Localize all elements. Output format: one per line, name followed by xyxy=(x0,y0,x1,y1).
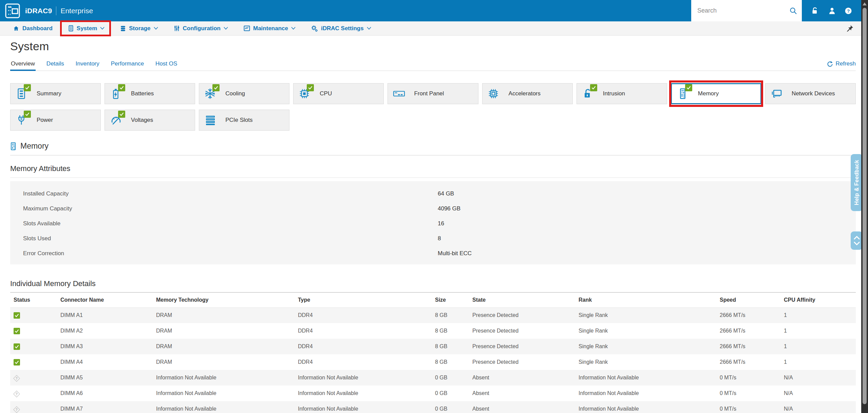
search-icon[interactable] xyxy=(790,7,797,15)
help-icon[interactable]: ? xyxy=(845,7,852,15)
card-network-devices[interactable]: Network Devices xyxy=(765,83,856,104)
svg-text:?: ? xyxy=(847,8,850,13)
check-icon xyxy=(119,86,124,90)
card-label: PCIe Slots xyxy=(225,117,252,124)
cell-cpu-affinity: N/A xyxy=(780,386,856,401)
page-title: System xyxy=(10,40,856,53)
pcie-slots-icon xyxy=(204,114,216,126)
main-content: System Overview Details Inventory Perfor… xyxy=(0,36,868,413)
home-icon xyxy=(13,25,19,32)
table-header-row: Status Connector Name Memory Technology … xyxy=(10,293,856,307)
column-header-size[interactable]: Size xyxy=(432,293,469,307)
check-icon xyxy=(686,86,691,90)
attribute-label: Slots Used xyxy=(23,235,438,242)
cell-state: Absent xyxy=(469,370,575,386)
user-icon[interactable] xyxy=(828,7,836,15)
card-label: Batteries xyxy=(131,90,154,97)
scroll-up-arrow-icon[interactable] xyxy=(863,2,867,5)
check-icon xyxy=(25,86,30,90)
front-panel-icon xyxy=(393,88,405,100)
chevron-down-icon xyxy=(291,27,296,30)
tab-overview[interactable]: Overview xyxy=(10,58,36,71)
card-voltages[interactable]: Voltages xyxy=(105,110,195,131)
card-label: Accelerators xyxy=(509,90,541,97)
cell-type: DDR4 xyxy=(295,354,432,370)
cell-rank: Single Rank xyxy=(575,339,716,354)
status-ok-icon xyxy=(14,328,20,334)
column-header-status[interactable]: Status xyxy=(10,293,57,307)
card-batteries[interactable]: Batteries xyxy=(105,83,195,104)
column-header-state[interactable]: State xyxy=(469,293,575,307)
table-row[interactable]: ? DIMM A5 Information Not Available Info… xyxy=(10,370,856,386)
tab-details[interactable]: Details xyxy=(46,58,65,71)
nav-item-idrac-settings[interactable]: iDRAC Settings xyxy=(311,25,371,32)
scrollbar[interactable] xyxy=(861,0,868,413)
cell-size: 8 GB xyxy=(432,323,469,339)
attribute-value: Multi-bit ECC xyxy=(438,250,856,257)
cell-speed: 0 MT/s xyxy=(716,401,780,413)
table-row[interactable]: DIMM A2 DRAM DDR4 8 GB Presence Detected… xyxy=(10,323,856,339)
column-header-cpu-affinity[interactable]: CPU Affinity xyxy=(780,293,856,307)
memory-attributes-list: Installed Capacity 64 GB Maximum Capacit… xyxy=(10,181,856,264)
card-intrusion[interactable]: Intrusion xyxy=(577,83,667,104)
scrollbar-thumb[interactable] xyxy=(863,8,867,404)
gears-icon xyxy=(311,25,318,32)
card-pcie-slots[interactable]: PCIe Slots xyxy=(199,110,289,131)
card-label: Memory xyxy=(698,90,719,97)
column-header-rank[interactable]: Rank xyxy=(575,293,716,307)
card-cooling[interactable]: Cooling xyxy=(199,83,289,104)
table-row[interactable]: DIMM A3 DRAM DDR4 8 GB Presence Detected… xyxy=(10,339,856,354)
hardware-cards: Summary Batteries xyxy=(10,83,856,131)
page-scroll-buttons xyxy=(851,231,863,250)
nav-item-label: iDRAC Settings xyxy=(321,25,364,32)
check-icon xyxy=(308,86,313,90)
chevron-up-icon[interactable] xyxy=(853,236,860,240)
refresh-label: Refresh xyxy=(835,60,856,67)
nav-item-label: System xyxy=(77,25,97,32)
cell-state: Presence Detected xyxy=(469,323,575,339)
search-input[interactable] xyxy=(697,7,790,14)
nav-item-configuration[interactable]: Configuration xyxy=(174,25,228,32)
nav-item-system[interactable]: System xyxy=(68,25,105,32)
column-header-memory-technology[interactable]: Memory Technology xyxy=(153,293,295,307)
chevron-down-icon[interactable] xyxy=(853,241,860,246)
column-header-connector-name[interactable]: Connector Name xyxy=(57,293,153,307)
card-power[interactable]: Power xyxy=(10,110,101,131)
nav-item-dashboard[interactable]: Dashboard xyxy=(13,25,53,32)
card-front-panel[interactable]: Front Panel xyxy=(388,83,478,104)
card-memory[interactable]: Memory xyxy=(671,83,761,104)
tab-host-os[interactable]: Host OS xyxy=(155,58,178,71)
help-feedback-tab[interactable]: Help & Feedback xyxy=(851,154,863,211)
cell-memory-technology: DRAM xyxy=(153,323,295,339)
refresh-button[interactable]: Refresh xyxy=(827,60,856,71)
column-header-speed[interactable]: Speed xyxy=(716,293,780,307)
table-row[interactable]: DIMM A1 DRAM DDR4 8 GB Presence Detected… xyxy=(10,307,856,323)
status-unknown-icon: ? xyxy=(13,375,20,382)
cell-connector-name: DIMM A7 xyxy=(57,401,153,413)
cell-state: Presence Detected xyxy=(469,339,575,354)
card-accelerators[interactable]: Accelerators xyxy=(482,83,573,104)
column-header-type[interactable]: Type xyxy=(295,293,432,307)
cell-state: Absent xyxy=(469,401,575,413)
unlock-icon[interactable] xyxy=(811,7,819,15)
table-row[interactable]: ? DIMM A7 Information Not Available Info… xyxy=(10,401,856,413)
status-ok-badge xyxy=(118,84,125,91)
table-row[interactable]: DIMM A4 DRAM DDR4 8 GB Presence Detected… xyxy=(10,354,856,370)
nav-item-storage[interactable]: Storage xyxy=(120,25,158,32)
card-summary[interactable]: Summary xyxy=(10,83,101,104)
attribute-row: Slots Available 16 xyxy=(23,216,856,231)
tab-inventory[interactable]: Inventory xyxy=(75,58,100,71)
cell-size: 0 GB xyxy=(432,370,469,386)
memory-details-table: Status Connector Name Memory Technology … xyxy=(10,293,856,413)
table-row[interactable]: ? DIMM A6 Information Not Available Info… xyxy=(10,386,856,401)
memory-attributes-title: Memory Attributes xyxy=(10,164,856,173)
nav-item-maintenance[interactable]: Maintenance xyxy=(244,25,296,32)
tab-performance[interactable]: Performance xyxy=(110,58,145,71)
pin-icon[interactable] xyxy=(846,24,854,33)
cell-state: Presence Detected xyxy=(469,307,575,323)
cell-memory-technology: DRAM xyxy=(153,339,295,354)
card-cpu[interactable]: CPU xyxy=(293,83,384,104)
idrac-logo-icon xyxy=(5,3,20,19)
attribute-value: 64 GB xyxy=(438,190,856,197)
cell-speed: 2666 MT/s xyxy=(716,354,780,370)
